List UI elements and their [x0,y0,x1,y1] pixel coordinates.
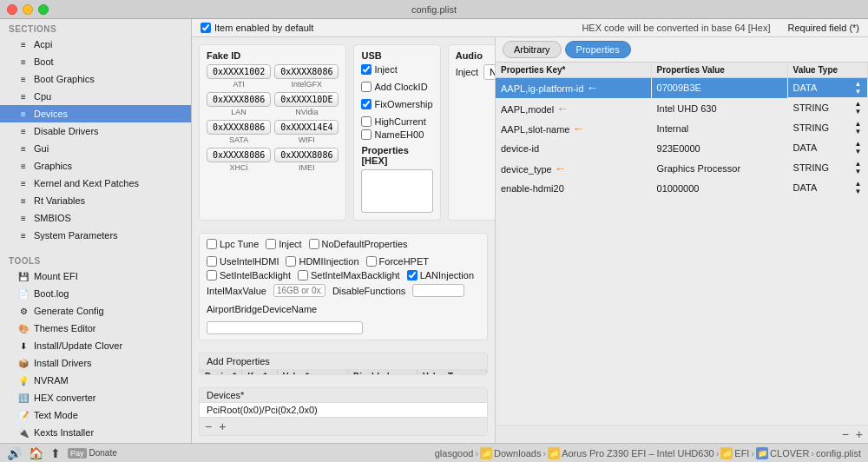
airport-bridge-input[interactable] [207,321,363,334]
devices-add-btn[interactable]: + [219,419,226,433]
use-intel-hdmi-label[interactable]: UseIntelHDMI [207,256,279,267]
sidebar-item-install-drivers[interactable]: 📦 Install Drivers [0,354,191,372]
sidebar-item-generate-config[interactable]: ⚙ Generate Config [0,302,191,320]
usb-fixownership-label[interactable]: FixOwnership [361,99,432,109]
minimize-button[interactable] [23,4,33,15]
props-row-3[interactable]: device-id923E0000DATA▲▼ [496,138,868,158]
sidebar-label-system-params: System Parameters [34,230,118,241]
fakeid-sata-btn[interactable]: 0xXXXX8086 [207,120,271,135]
sidebar-label-mount-efi: Mount EFI [34,271,78,281]
usb-nameeh00-label[interactable]: NameEH00 [361,129,424,140]
sidebar-item-kexts-installer[interactable]: 🔌 Kexts Installer [0,424,191,441]
no-default-props-cb[interactable] [309,239,319,249]
usb-inject-label[interactable]: Inject [361,64,397,75]
force-hpet-label[interactable]: ForceHPET [366,256,429,267]
sidebar-item-nvram[interactable]: 💡 NVRAM [0,372,191,389]
lan-injection-cb[interactable] [407,270,418,280]
usb-highcurrent-checkbox[interactable] [361,116,372,127]
lpc-tune-cb[interactable] [207,239,217,249]
hdmi-injection-label[interactable]: HDMIInjection [286,256,358,267]
usb-nameeh00-checkbox[interactable] [361,129,372,140]
fakeid-wifi-btn[interactable]: 0xXXXX14E4 [274,120,339,135]
opt-inject-label[interactable]: Inject [266,239,301,249]
audio-inject-select[interactable]: No [483,64,495,80]
speaker-icon[interactable]: 🔊 [7,446,22,460]
lpc-tune-label[interactable]: Lpc Tune [207,239,259,249]
tab-arbitrary[interactable]: Arbitrary [503,41,562,58]
fakeid-xhci-btn[interactable]: 0xXXXX8086 [207,148,271,162]
fakeid-lan-btn[interactable]: 0xXXXX8086 [207,92,271,107]
sidebar-item-gui[interactable]: ≡ Gui [0,140,191,157]
fakeid-intelgfx-btn[interactable]: 0xXXXX8086 [274,64,339,79]
fakeid-nvidia-btn[interactable]: 0xXXXX10DE [274,92,339,107]
sidebar-item-smbios[interactable]: ≡ SMBIOS [0,209,191,227]
sidebar-item-rt-variables[interactable]: ≡ Rt Variables [0,192,191,209]
stepper-0[interactable]: ▲▼ [855,80,862,96]
devices-pci-row[interactable]: PciRoot(0x0)/Pci(0x2,0x0) [200,403,487,417]
tab-properties[interactable]: Properties [565,41,631,58]
sidebar-item-kernel-kext[interactable]: ≡ Kernel and Kext Patches [0,175,191,192]
hex-textarea[interactable] [361,169,432,213]
sidebar-item-graphics[interactable]: ≡ Graphics [0,157,191,175]
sidebar-item-text-mode[interactable]: 📝 Text Mode [0,406,191,424]
disable-functions-input[interactable] [412,284,464,297]
fakeid-ati-btn[interactable]: 0xXXXX1002 [207,64,271,79]
set-intel-backlight-label[interactable]: SetIntelBacklight [207,270,291,280]
force-hpet-cb[interactable] [366,256,377,267]
pay-donate[interactable]: Pay Donate [68,448,117,459]
sidebar-item-boot[interactable]: ≡ Boot [0,53,191,70]
hdmi-injection-cb[interactable] [286,256,296,267]
stepper-2[interactable]: ▲▼ [855,120,862,135]
list-icon: ≡ [17,56,30,68]
props-key-2: AAPL,slot-name ← [496,118,651,138]
set-intel-max-backlight-label[interactable]: SetIntelMaxBacklight [298,270,400,280]
sidebar-item-boot-graphics[interactable]: ≡ Boot Graphics [0,70,191,88]
props-row-2[interactable]: AAPL,slot-name ←InternalSTRING▲▼ [496,118,868,138]
sidebar-label-kernel: Kernel and Kext Patches [34,178,139,188]
devices-table: Devices* PciRoot(0x0)/Pci(0x2,0x0) − + [199,387,488,436]
sidebar-item-boot-log[interactable]: 📄 Boot.log [0,285,191,302]
sidebar-item-acpi[interactable]: ≡ Acpi [0,36,191,53]
props-type-4: STRING▲▼ [788,158,868,178]
stepper-5[interactable]: ▲▼ [855,180,862,195]
fakeid-imei-btn[interactable]: 0xXXXX8086 [274,148,339,162]
props-row-5[interactable]: enable-hdmi2001000000DATA▲▼ [496,178,868,198]
close-button[interactable] [7,4,17,15]
item-enabled-checkbox[interactable] [201,23,211,33]
props-remove-btn[interactable]: − [842,427,849,441]
devices-remove-btn[interactable]: − [205,419,212,433]
props-add-btn[interactable]: + [856,427,863,441]
stepper-3[interactable]: ▲▼ [855,140,862,155]
set-intel-backlight-cb[interactable] [207,270,217,280]
usb-fixownership-checkbox[interactable] [361,99,372,109]
props-row-1[interactable]: AAPL,model ←Intel UHD 630STRING▲▼ [496,98,868,118]
sidebar-item-install-update-clover[interactable]: ⬇ Install/Update Clover [0,337,191,354]
lan-injection-text: LANInjection [420,270,474,280]
sidebar-label-gui: Gui [34,143,49,154]
sidebar-item-mount-efi[interactable]: 💾 Mount EFI [0,267,191,285]
sidebar-item-themes-editor[interactable]: 🎨 Themes Editor [0,320,191,337]
sidebar-item-disable-drivers[interactable]: ≡ Disable Drivers [0,122,191,140]
usb-addclock-label[interactable]: Add ClockID [361,82,427,92]
opt-inject-cb[interactable] [266,239,276,249]
sidebar-item-devices[interactable]: ≡ Devices [0,105,191,122]
sidebar-item-cpu[interactable]: ≡ Cpu [0,88,191,105]
set-intel-max-backlight-cb[interactable] [298,270,308,280]
lan-injection-label[interactable]: LANInjection [407,270,474,280]
maximize-button[interactable] [38,4,49,15]
usb-addclock-checkbox[interactable] [361,82,372,92]
props-row-4[interactable]: device_type ←Graphics ProcessorSTRING▲▼ [496,158,868,178]
stepper-1[interactable]: ▲▼ [855,100,862,116]
item-enabled-label[interactable]: Item enabled by default [201,23,313,33]
home-icon[interactable]: 🏠 [29,446,43,460]
intel-max-value-input[interactable] [273,284,326,297]
sidebar-item-system-parameters[interactable]: ≡ System Parameters [0,227,191,244]
props-row-0[interactable]: AAPL,ig-platform-id ←07009B3EDATA▲▼ [496,78,868,99]
usb-inject-checkbox[interactable] [361,64,372,75]
stepper-4[interactable]: ▲▼ [855,160,862,175]
no-default-props-label[interactable]: NoDefaultProperties [309,239,408,249]
share-icon[interactable]: ⬆ [50,446,61,460]
usb-highcurrent-label[interactable]: HighCurrent [361,116,425,127]
use-intel-hdmi-cb[interactable] [207,256,217,267]
sidebar-item-hex-converter[interactable]: 🔢 HEX converter [0,389,191,406]
